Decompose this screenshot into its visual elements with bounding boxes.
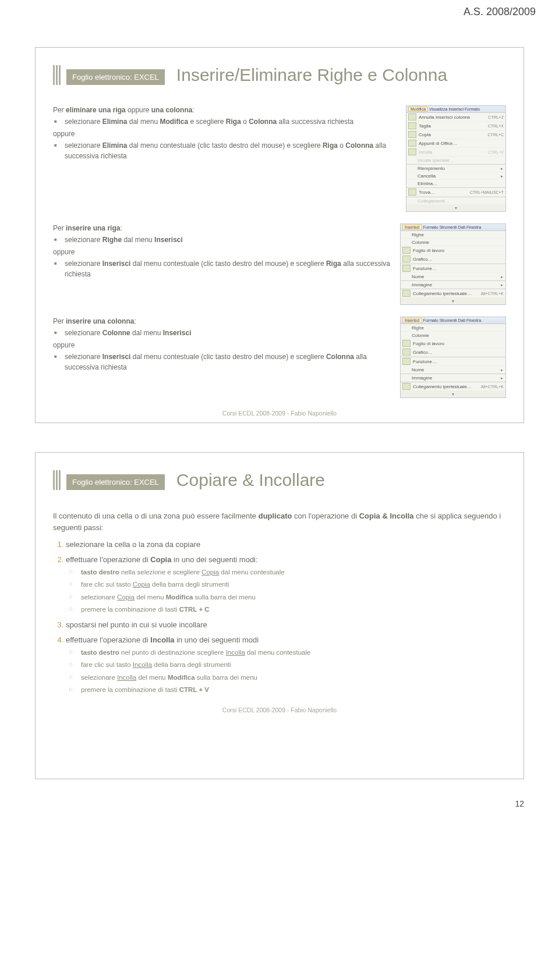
menu-row: Collegamento ipertestuale…Alt+CTRL+K [401,382,505,391]
menu-strumenti: Strumenti [440,318,457,322]
mock-menu-inserisci-righe: Inserisci Formato Strumenti Dati Finestr… [400,223,506,305]
menu-row: Righe [401,324,505,332]
menu-row: Funzione… [401,357,505,366]
link-icon [402,383,411,390]
sec3-bullet2: selezionare Inserisci dal menu contestua… [63,352,391,372]
mock-menubar: Inserisci Formato Strumenti Dati Finestr… [401,224,505,231]
menu-row: Righe [401,231,505,239]
menu-inserisci: Inserisci [402,318,422,323]
step2-sub-c: selezionare Copia del menu Modifica sull… [79,592,506,602]
paste-icon [408,148,416,155]
page-number: 12 [0,797,559,820]
section-inserire-riga: Per inserire una riga: selezionare Righe… [53,223,506,305]
menu-row: Nome [401,273,505,280]
menu-row: Colonne [401,239,505,246]
menu-dati: Dati [458,225,465,229]
page-header-year: A.S. 2008/2009 [0,0,559,18]
undo-icon [408,113,416,120]
fx-icon [402,358,411,365]
expand-arrow-icon: ▾ [406,205,505,211]
menu-row: IncollaCTRL+V [406,148,505,157]
slide2-badge: Foglio elettronico: EXCEL [66,474,165,490]
chart-icon [402,349,411,356]
sec1-oppure: oppure [53,129,397,139]
menu-formato: Formato [423,318,438,322]
menu-formato: Formato [423,225,438,229]
link-icon [402,290,411,297]
slide-inserire-eliminare: Foglio elettronico: EXCEL Inserire/Elimi… [35,47,524,423]
menu-inserisci: Inserisci [402,225,422,230]
menu-row: Incolla speciale… [406,157,505,164]
sec2-oppure: oppure [53,247,391,257]
menu-row: Grafico… [401,255,505,264]
step-3: spostarsi nel punto in cui si vuole inco… [66,619,506,631]
step4-sub-b: fare clic sul tasto Incolla della barra … [79,660,506,670]
slide1-title: Inserire/Eliminare Righe e Colonna [176,65,447,85]
mock-menu-modifica: Modifica Visualizza Inserisci Formato An… [406,105,506,212]
step-2: effettuare l'operazione di Copia in uno … [66,554,506,615]
step-1: selezionare la cella o la zona da copiar… [66,539,506,551]
slide2-title: Copiare & Incollare [176,470,325,490]
find-icon [408,189,416,196]
menu-inserisci: Inserisci [448,107,464,111]
mock-menubar: Inserisci Formato Strumenti Dati Finestr… [401,317,505,324]
sheet-icon [402,247,411,254]
menu-row: Immagine [401,280,505,289]
menu-finestra: Finestra [466,225,481,229]
menu-row: CopiaCTRL+C [406,130,505,139]
menu-row: Grafico… [401,348,505,357]
slide1-heading: Foglio elettronico: EXCEL Inserire/Elimi… [53,65,506,85]
sheet-icon [402,340,411,347]
sec1-lead: Per eliminare una riga oppure una colonn… [53,105,397,115]
menu-row: Colonne [401,332,505,339]
menu-formato: Formato [465,107,480,111]
step-4: effettuare l'operazione di Incolla in un… [66,634,506,695]
slide1-badge: Foglio elettronico: EXCEL [66,69,165,85]
copy-icon [408,131,416,138]
slide2-heading: Foglio elettronico: EXCEL Copiare & Inco… [53,470,506,490]
menu-modifica: Modifica [408,106,428,112]
expand-arrow-icon: ▾ [401,391,505,397]
cut-icon [408,122,416,129]
menu-row: Collegamenti… [406,197,505,205]
sec1-bullet2: selezionare Elimina dal menu contestuale… [63,141,397,161]
slide2-intro: Il contenuto di una cella o di una zona … [53,510,506,533]
menu-row: Funzione… [401,264,505,273]
slide-copiare-incollare: Foglio elettronico: EXCEL Copiare & Inco… [35,452,524,779]
slide2-footer: Corsi ECDL 2008-2009 - Fabio Naponiello [53,706,506,713]
menu-strumenti: Strumenti [440,225,457,229]
gutter-bars-icon [53,470,61,490]
step2-sub-a: tasto destro nella selezione e scegliere… [79,567,506,577]
menu-row: Collegamento ipertestuale…Alt+CTRL+K [401,289,505,298]
menu-dati: Dati [458,318,465,322]
step2-sub-d: premere la combinazione di tasti CTRL + … [79,605,506,615]
menu-row: Trova…CTRL+MAIUSC+T [406,187,505,197]
step4-sub-d: premere la combinazione di tasti CTRL + … [79,685,506,695]
mock-menu-inserisci-colonne: Inserisci Formato Strumenti Dati Finestr… [400,317,506,398]
menu-row: TagliaCTRL+X [406,122,505,130]
sec3-oppure: oppure [53,340,391,350]
menu-row: Riempimento [406,164,505,172]
sec2-bullet2: selezionare Inserisci dal menu contestua… [63,259,391,279]
section-inserire-colonna: Per inserire una colonna: selezionare Co… [53,317,506,398]
sec3-lead: Per inserire una colonna: [53,317,391,326]
menu-row: Immagine [401,374,505,382]
slide1-footer: Corsi ECDL 2008-2009 - Fabio Naponiello [53,410,506,417]
menu-visualizza: Visualizza [429,107,447,111]
fx-icon [402,265,411,272]
sec2-lead: Per inserire una riga: [53,223,391,233]
step4-sub-a: tasto destro nel punto di destinazione s… [79,648,506,658]
menu-row: Annulla Inserisci colonneCTRL+Z [406,113,505,122]
mock-menubar: Modifica Visualizza Inserisci Formato [406,106,505,113]
menu-row: Foglio di lavoro [401,339,505,348]
chart-icon [402,255,411,262]
menu-row: Foglio di lavoro [401,246,505,255]
gutter-bars-icon [53,65,61,85]
menu-row: Elimina… [406,180,505,187]
sec3-bullet1: selezionare Colonne dal menu Inserisci [63,328,391,338]
menu-finestra: Finestra [466,318,481,322]
section-eliminare: Per eliminare una riga oppure una colonn… [53,105,506,212]
step4-sub-c: selezionare Incolla del menu Modifica su… [79,673,506,683]
menu-row: Appunti di Office… [406,139,505,148]
menu-row: Nome [401,366,505,374]
